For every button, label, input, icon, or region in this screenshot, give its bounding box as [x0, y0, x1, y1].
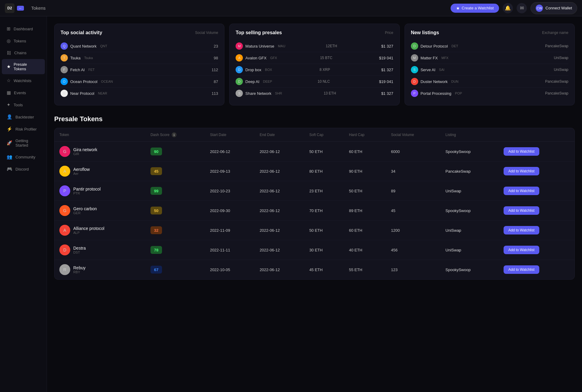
sidebar-item-events[interactable]: ▦ Events: [2, 87, 45, 98]
add-to-watchlist-button[interactable]: Add to Watchlist: [504, 265, 539, 274]
cell-social-volume: 34: [386, 161, 441, 181]
score-badge: 32: [150, 226, 162, 234]
token-icon: F: [61, 66, 68, 73]
price-value: $1 327: [381, 91, 393, 96]
col-action: [499, 128, 574, 142]
presale-row: D Drop box BOX 8 XRP $1 327: [236, 64, 393, 76]
cell-hard-cap: 90 ETH: [344, 161, 386, 181]
messages-button[interactable]: ✉: [517, 3, 527, 13]
cell-listing: SpookySwoop: [441, 201, 499, 221]
top-presales-col-label: Price: [385, 31, 393, 35]
cell-score: 45: [146, 161, 205, 181]
new-listings-rows: D Detour Protocol DET PancakeSwap M Matt…: [411, 40, 568, 99]
sidebar-item-tools[interactable]: ✦ Tools: [2, 99, 45, 111]
sidebar-item-backtester[interactable]: 👤 Backtester: [2, 111, 45, 123]
token-icon-lg: R: [59, 264, 70, 275]
cell-token: D Destra DST: [55, 240, 146, 260]
logo-area: D2 ←: [5, 3, 24, 13]
cell-action: Add to Watchlist: [499, 201, 574, 221]
cell-score: 67: [146, 260, 205, 280]
token-sym: POP: [455, 91, 462, 95]
score-badge: 50: [150, 207, 162, 214]
sidebar-item-presale-tokens[interactable]: ★ Presale Tokens: [2, 59, 45, 74]
logo-icon: D2: [5, 3, 15, 13]
sidebar-item-tokens[interactable]: ◎ Tokens: [2, 35, 45, 47]
token-sym: BOX: [265, 68, 272, 71]
token-sym: OCEAN: [101, 80, 113, 83]
token-name: Serve AI: [421, 68, 435, 72]
presale-table: Token Dash Score ℹ Start Date End Date S…: [55, 128, 574, 279]
token-name: Quant Network: [70, 44, 97, 48]
dash-score-info-icon[interactable]: ℹ: [172, 132, 177, 137]
cell-soft-cap: 45 ETH: [304, 260, 344, 280]
tools-icon: ✦: [7, 102, 11, 108]
table-row: G Gero carbon GER 50 2022-09-30 2022-06-…: [55, 201, 574, 221]
eth-value: 10 NLC: [318, 79, 330, 84]
presale-row: S Share Network SHR 13 ETH $1 327: [236, 88, 393, 99]
layout: ⊞ Dashboard ◎ Tokens ⛓ Chains ★ Presale …: [0, 0, 582, 392]
sidebar: ⊞ Dashboard ◎ Tokens ⛓ Chains ★ Presale …: [0, 16, 47, 392]
sidebar-item-risk-profiler[interactable]: ⚡ Risk Profiler: [2, 123, 45, 135]
col-hard-cap: Hard Cap: [344, 128, 386, 142]
token-icon: D: [236, 66, 243, 73]
sidebar-item-dashboard[interactable]: ⊞ Dashboard: [2, 23, 45, 35]
sidebar-item-watchlists[interactable]: ☆ Watchlists: [2, 75, 45, 86]
connect-wallet-button[interactable]: CW Connect Wallet: [531, 2, 577, 14]
token-icon: T: [61, 54, 68, 61]
token-cell: G Gero carbon GER: [59, 205, 141, 216]
add-to-watchlist-button[interactable]: Add to Watchlist: [504, 246, 539, 254]
sidebar-item-chains[interactable]: ⛓ Chains: [2, 47, 45, 58]
top-social-card: Top social activity Social Volume Q Quan…: [54, 24, 224, 105]
table-row: A Alliance protocol ALP 32 2022-11-09 20…: [55, 221, 574, 240]
eth-value: 12ETH: [326, 44, 337, 48]
token-icon: S: [236, 90, 243, 97]
discord-icon: 🎮: [7, 166, 12, 172]
main-content: Top social activity Social Volume Q Quan…: [47, 16, 582, 392]
token-name: Detour Protocol: [421, 44, 448, 48]
sidebar-item-getting-started[interactable]: 🚀 Getting Started: [2, 135, 45, 151]
presale-table-body: G Gira network GIR 90 2022-06-12 2022-06…: [55, 142, 574, 280]
cell-token: A Alliance protocol ALP: [55, 221, 146, 240]
cell-listing: SpookySwoop: [441, 142, 499, 161]
col-dash-score: Dash Score ℹ: [146, 128, 205, 142]
add-to-watchlist-button[interactable]: Add to Watchlist: [504, 206, 539, 215]
col-soft-cap: Soft Cap: [304, 128, 344, 142]
cell-listing: UniSwap: [441, 181, 499, 201]
cell-social-volume: 456: [386, 240, 441, 260]
cell-hard-cap: 50 ETH: [344, 181, 386, 201]
token-cell-sym: GIR: [73, 152, 97, 156]
add-to-watchlist-button[interactable]: Add to Watchlist: [504, 147, 539, 156]
eth-value: 8 XRP: [319, 68, 330, 72]
cell-token: P Pantir protocol PTR: [55, 181, 146, 201]
token-sym: NEAR: [98, 91, 107, 95]
cell-soft-cap: 50 ETH: [304, 221, 344, 240]
token-icon: D: [236, 78, 243, 85]
sidebar-item-community[interactable]: 👥 Community: [2, 151, 45, 163]
table-row: G Gira network GIR 90 2022-06-12 2022-06…: [55, 142, 574, 161]
token-name: Drop box: [245, 68, 261, 72]
add-to-watchlist-button[interactable]: Add to Watchlist: [504, 187, 539, 195]
sidebar-item-discord[interactable]: 🎮 Discord: [2, 163, 45, 175]
notifications-button[interactable]: 🔔: [503, 3, 513, 13]
token-cell-name: Pantir protocol: [73, 187, 101, 191]
cell-listing: PancakeSwap: [441, 161, 499, 181]
token-name: Avalon GFX: [245, 56, 266, 60]
listing-row: M Matter FX MFX UniSwap: [411, 52, 568, 64]
top-presales-card: Top selling presales Price M Matura Univ…: [229, 24, 399, 105]
token-icon-lg: A: [59, 166, 70, 177]
token-name: Share Network: [245, 91, 271, 96]
add-to-watchlist-button[interactable]: Add to Watchlist: [504, 226, 539, 234]
table-header-row: Token Dash Score ℹ Start Date End Date S…: [55, 128, 574, 142]
presale-section-title: Presale Tokens: [54, 115, 575, 123]
cell-action: Add to Watchlist: [499, 221, 574, 240]
cell-action: Add to Watchlist: [499, 142, 574, 161]
cell-score: 90: [146, 142, 205, 161]
new-listings-header: New listings Exchange name: [411, 30, 568, 35]
create-watchlist-button[interactable]: ★ Create a Watchlist: [451, 4, 499, 13]
add-to-watchlist-button[interactable]: Add to Watchlist: [504, 167, 539, 175]
cell-hard-cap: 40 ETH: [344, 240, 386, 260]
score-badge: 78: [150, 246, 162, 254]
price-value: $1 327: [381, 44, 393, 48]
cell-start-date: 2022-06-12: [205, 142, 255, 161]
token-sym: DEEP: [263, 80, 272, 83]
